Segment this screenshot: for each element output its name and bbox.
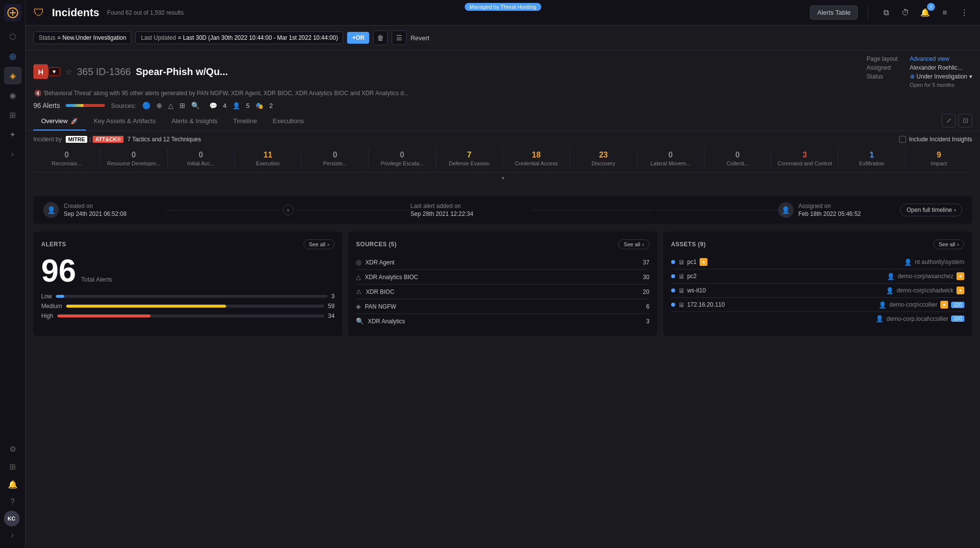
- assigned-on-label: Assigned on: [799, 203, 861, 209]
- clock-icon[interactable]: ⏱: [898, 5, 913, 21]
- source-item[interactable]: ⚠ XDR BIOC 20: [356, 285, 649, 299]
- sidebar-item-settings[interactable]: ⚙: [4, 440, 22, 458]
- sidebar-item-home[interactable]: ⬡: [4, 27, 22, 45]
- source-item[interactable]: ◎ XDR Agent 37: [356, 255, 649, 270]
- tactic-col[interactable]: 23 Discovery: [570, 149, 637, 168]
- edit-filter-icon[interactable]: ☰: [392, 30, 406, 45]
- tactic-col[interactable]: 18 Credential Access: [503, 149, 570, 168]
- severity-dropdown[interactable]: ▼: [48, 67, 60, 76]
- tab-alerts[interactable]: Alerts & Insights: [164, 112, 226, 130]
- revert-button[interactable]: Revert: [410, 34, 429, 42]
- tactic-name: Command and Control: [774, 160, 835, 166]
- sidebar-item-nav[interactable]: ◎: [4, 47, 22, 65]
- status-circle-icon: ⊕: [910, 73, 915, 80]
- alerts-card: ALERTS See all › 96 Total Alerts Low 3 M…: [33, 232, 342, 336]
- users-count: 5: [246, 102, 250, 109]
- asset-item[interactable]: 👤 demo-corp.local\ccollier 100: [671, 312, 964, 325]
- asset-item[interactable]: 🖥 ws-it10 👤 demo-corp\cshadwick ★: [671, 284, 964, 298]
- sidebar-item-alerts[interactable]: ◉: [4, 86, 22, 104]
- expand-tactics-row[interactable]: ▾: [33, 173, 972, 183]
- add-timeline-event[interactable]: +: [283, 205, 294, 215]
- tactic-name: Collecti...: [707, 160, 768, 166]
- source-count: 37: [643, 259, 649, 266]
- split-view-icon[interactable]: ⊡: [958, 114, 972, 128]
- created-label: Created on: [64, 203, 126, 209]
- tactic-count: 0: [640, 151, 701, 159]
- include-insights-checkbox[interactable]: [899, 136, 906, 143]
- date-filter-value: = Last 30D (Jan 30th 2022 10:44:00 - Mar…: [178, 34, 338, 41]
- asset-status-dot: [671, 303, 675, 307]
- app-logo-icon: 🛡: [33, 6, 44, 19]
- source-name: XDR Agent: [365, 259, 394, 266]
- notification-icon[interactable]: 🔔 2: [917, 5, 933, 21]
- asset-user-icon: 👤: [904, 259, 912, 266]
- tactic-col[interactable]: 0 Initial Acc...: [168, 149, 235, 168]
- favorite-icon[interactable]: ☆: [65, 67, 72, 77]
- sources-see-all-button[interactable]: See all ›: [618, 239, 649, 249]
- risk-score-badge: 100: [951, 315, 964, 322]
- mitre-logos: MITRE | ATT&CK®: [66, 136, 124, 143]
- menu-icon[interactable]: ≡: [937, 5, 953, 21]
- source-item[interactable]: ◈ PAN NGFW 6: [356, 299, 649, 314]
- tactic-col[interactable]: 7 Defense Evasion: [436, 149, 503, 168]
- tactic-col[interactable]: 11 Execution: [235, 149, 302, 168]
- tactic-col[interactable]: 0 Persiste...: [302, 149, 369, 168]
- results-count: Found 62 out of 1,592 results: [107, 9, 184, 16]
- alerts-see-all-button[interactable]: See all ›: [303, 239, 334, 249]
- tactic-count: 0: [36, 151, 97, 159]
- source-icon-2: ⊕: [156, 102, 162, 109]
- assigned-value[interactable]: Alexander Roehlic...: [910, 64, 962, 71]
- severity-count: 34: [328, 313, 334, 319]
- sidebar-item-notifications[interactable]: 🔔: [4, 475, 22, 493]
- tab-key-assets[interactable]: Key Assets & Artifacts: [86, 112, 163, 130]
- tab-timeline[interactable]: Timeline: [226, 112, 265, 130]
- asset-computer-icon: 🖥: [678, 287, 684, 294]
- tactic-col[interactable]: 1 Exfiltration: [838, 149, 905, 168]
- sidebar-item-incidents[interactable]: ◈: [4, 67, 22, 84]
- main-panel: 🛡 Incidents Found 62 out of 1,592 result…: [25, 0, 980, 548]
- tactic-col[interactable]: 9 Impact: [905, 149, 972, 168]
- asset-star-badge: ★: [700, 258, 707, 266]
- status-filter[interactable]: Status = New.Under Investigation: [33, 31, 131, 44]
- sidebar-avatar[interactable]: KC: [4, 511, 20, 526]
- sidebar-item-apps[interactable]: ⊞: [4, 458, 22, 475]
- tactic-count: 0: [103, 151, 164, 159]
- topbar: 🛡 Incidents Found 62 out of 1,592 result…: [25, 0, 980, 26]
- tactic-name: Impact: [908, 160, 969, 166]
- more-icon[interactable]: ⋮: [956, 5, 972, 21]
- timeline-divider-1: +: [166, 205, 411, 215]
- assigned-label: Assigned: [867, 64, 906, 71]
- page-layout-value[interactable]: Advanced view: [910, 55, 950, 62]
- alerts-table-button[interactable]: Alerts Table: [810, 5, 858, 20]
- asset-left: 🖥 pc1 ★: [671, 258, 707, 266]
- copy-icon[interactable]: ⧉: [878, 5, 894, 21]
- tactic-col[interactable]: 0 Lateral Movem...: [637, 149, 704, 168]
- source-item[interactable]: 🔍 XDR Analytics 3: [356, 314, 649, 328]
- sidebar-item-help[interactable]: ?: [4, 493, 22, 511]
- tactic-col[interactable]: 0 Collecti...: [704, 149, 772, 168]
- asset-item[interactable]: 🖥 pc2 👤 demo-corp\wsanchez ★: [671, 269, 964, 284]
- tactic-col[interactable]: 3 Command and Control: [771, 149, 838, 168]
- tab-executions[interactable]: Executions: [265, 112, 312, 130]
- sidebar-item-assets[interactable]: ⊞: [4, 106, 22, 124]
- tactic-name: Lateral Movem...: [640, 160, 701, 166]
- tactic-count: 0: [171, 151, 231, 159]
- tactic-col[interactable]: 0 Privilege Escala...: [369, 149, 436, 168]
- sidebar-logo[interactable]: [4, 4, 22, 22]
- source-item[interactable]: △ XDR Analytics BIOC 30: [356, 270, 649, 285]
- delete-filter-icon[interactable]: 🗑: [373, 30, 388, 45]
- tactic-col[interactable]: 0 Resource Developm...: [101, 149, 168, 168]
- expand-view-icon[interactable]: ⤢: [942, 114, 955, 128]
- tab-overview[interactable]: Overview 🚀: [33, 112, 86, 130]
- sidebar-item-integrations[interactable]: ✦: [4, 126, 22, 143]
- sidebar-item-expand[interactable]: ›: [4, 526, 22, 544]
- tactic-col[interactable]: 0 Reconnais...: [33, 149, 101, 168]
- or-filter-button[interactable]: +OR: [347, 32, 369, 44]
- open-full-timeline-button[interactable]: Open full timeline ›: [900, 204, 962, 216]
- asset-item[interactable]: 🖥 pc1 ★ 👤 nt authority\system: [671, 255, 964, 269]
- assets-see-all-button[interactable]: See all ›: [933, 239, 964, 249]
- date-filter[interactable]: Last Updated = Last 30D (Jan 30th 2022 1…: [135, 31, 343, 44]
- sources-card: SOURCES (5) See all › ◎ XDR Agent 37 △ X…: [348, 232, 657, 336]
- asset-item[interactable]: 🖥 172.16.20.110 👤 demo-corp\ccollier ★ 1…: [671, 298, 964, 312]
- sidebar-item-collapse[interactable]: ›: [4, 145, 22, 163]
